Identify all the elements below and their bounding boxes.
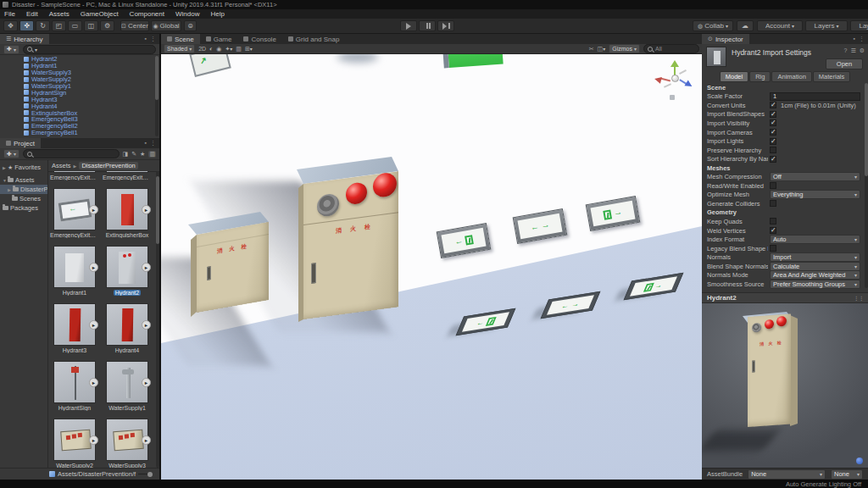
project-asset-hydrant1[interactable]: ►Hydrant1 [50, 246, 99, 303]
menu-edit[interactable]: Edit [26, 10, 38, 18]
project-asset-watersupply3[interactable]: ►WaterSupply3 [103, 419, 152, 468]
custom-tool-button[interactable]: ⚙ [100, 20, 114, 31]
kebab-icon[interactable]: ⋮ [859, 36, 865, 42]
pause-button[interactable] [419, 20, 436, 31]
project-asset-emergencyexitsi[interactable]: ►EmergencyExitSi... [50, 188, 99, 246]
setting-dropdown[interactable]: Prefer Smoothing Groups▾ [770, 280, 860, 289]
project-asset-hydrant4[interactable]: ►Hydrant4 [103, 303, 152, 361]
tree-item-disasterprevention[interactable]: ▶ DisasterPrevention [0, 185, 47, 194]
effects-dropdown-icon[interactable]: ✦▾ [225, 46, 232, 53]
tree-item-favorites[interactable]: ▶★ Favorites [0, 163, 47, 172]
assetbundle-variant-dropdown[interactable]: None ▾ [831, 469, 863, 480]
hidden-objects-icon[interactable]: ▥ [236, 46, 242, 53]
breadcrumb-current[interactable]: DisasterPrevention [79, 162, 137, 169]
project-asset-emergencyexitsi[interactable]: ►EmergencyExitSi... [50, 171, 99, 188]
scene-search-input[interactable]: All [643, 44, 699, 53]
tools-icon[interactable]: ✂ [589, 46, 594, 53]
setting-checkbox[interactable]: ✓ [770, 138, 776, 145]
rect-tool-button[interactable]: ▭ [68, 20, 82, 31]
lighting-toggle-icon[interactable]: ◐ [209, 46, 213, 52]
setting-checkbox[interactable]: ✓ [770, 111, 776, 118]
menu-assets[interactable]: Assets [49, 10, 70, 18]
expand-asset-icon[interactable]: ► [142, 263, 151, 272]
hierarchy-scrollbar[interactable] [155, 56, 159, 136]
project-asset-watersupply2[interactable]: ►WaterSupply2 [50, 419, 99, 468]
play-button[interactable] [400, 20, 417, 31]
hierarchy-item-hydrant3[interactable]: Hydrant3 [0, 96, 153, 103]
setting-dropdown[interactable]: Off▾ [770, 172, 860, 181]
setting-dropdown[interactable]: Import▾ [770, 252, 860, 262]
hierarchy-item-hydrant2[interactable]: Hydrant2 [0, 56, 153, 63]
setting-checkbox[interactable]: ✓ [770, 156, 776, 163]
grid-dropdown-icon[interactable]: ⊞▾ [245, 46, 253, 53]
hidden-packages-icon[interactable]: ▥ [148, 151, 156, 158]
shading-mode-dropdown[interactable]: Shaded▾ [164, 44, 195, 53]
setting-dropdown[interactable]: Auto▾ [770, 235, 860, 244]
kebab-icon[interactable]: ⋮ [150, 140, 156, 147]
lock-icon[interactable]: ▪ [854, 36, 855, 42]
preview-header[interactable]: Hydrant2 ⋮⋮ [702, 292, 868, 303]
cloud-button[interactable]: ☁ [737, 20, 754, 31]
expand-asset-icon[interactable]: ► [89, 320, 98, 330]
setting-checkbox[interactable] [770, 182, 776, 189]
setting-dropdown[interactable]: Area And Angle Weighted▾ [770, 270, 860, 280]
scene-viewport[interactable]: ↗ 消 火 栓 消 火 栓 [161, 54, 702, 480]
account-dropdown[interactable]: Account▾ [757, 20, 803, 31]
sphere-icon[interactable] [856, 458, 863, 464]
breadcrumb-assets[interactable]: Assets [52, 162, 71, 169]
project-asset-hydrant2[interactable]: ►Hydrant2 [103, 246, 152, 303]
tab-game[interactable]: Game [200, 34, 238, 44]
gear-icon[interactable]: ⚙ [860, 47, 865, 54]
preset-icon[interactable]: ☰ [850, 47, 855, 54]
hierarchy-item-emergencybell1[interactable]: EmergencyBell1 [0, 130, 153, 136]
expand-asset-icon[interactable]: ► [142, 435, 151, 445]
setting-checkbox[interactable]: ✓ [770, 119, 776, 126]
project-asset-extinguisherbox[interactable]: ►ExtinguisherBox [103, 188, 152, 246]
expand-asset-icon[interactable]: ► [89, 378, 98, 387]
inspector-tab[interactable]: ⊙ Inspector [702, 34, 749, 44]
expand-asset-icon[interactable]: ► [142, 378, 151, 387]
expand-asset-icon[interactable]: ► [89, 205, 98, 214]
layers-dropdown[interactable]: Layers▾ [805, 20, 848, 31]
search-by-label-icon[interactable]: ✎ [131, 151, 136, 158]
tab-scene[interactable]: Scene [161, 34, 200, 44]
exit-sign-wall-1[interactable]: ← [437, 223, 492, 258]
setting-checkbox[interactable] [770, 200, 776, 207]
2d-toggle[interactable]: 2D [198, 46, 206, 52]
lock-icon[interactable]: ▪ [145, 140, 147, 147]
expand-asset-icon[interactable]: ► [89, 435, 98, 445]
project-asset-watersupply1[interactable]: ►WaterSupply1 [103, 361, 152, 419]
import-tab-animation[interactable]: Animation [771, 71, 811, 82]
move-tool-button[interactable]: ✜ [19, 20, 34, 31]
gizmos-dropdown[interactable]: Gizmos▾ [609, 44, 640, 53]
menu-window[interactable]: Window [175, 10, 199, 18]
expand-asset-icon[interactable]: ► [89, 263, 98, 272]
open-button[interactable]: Open [826, 58, 863, 69]
lock-icon[interactable]: ▪ [145, 36, 147, 42]
setting-checkbox[interactable]: ✓ [770, 227, 776, 234]
tab-console[interactable]: Console [237, 34, 281, 44]
hierarchy-item-watersupply2[interactable]: WaterSupply2 [0, 76, 153, 83]
z-axis-icon[interactable] [684, 80, 693, 89]
scene-orientation-gizmo[interactable] [657, 61, 694, 98]
import-tab-model[interactable]: Model [720, 71, 748, 82]
transform-tool-button[interactable]: ◫ [84, 20, 98, 31]
setting-checkbox[interactable] [770, 147, 776, 153]
tree-item-assets[interactable]: ▼ Assets [0, 175, 47, 185]
collab-history-button[interactable]: ⊜ [184, 20, 197, 31]
hand-tool-button[interactable]: ✥ [3, 20, 18, 31]
inspector-scrollbar[interactable] [865, 83, 868, 288]
project-search-input[interactable] [23, 149, 120, 158]
hierarchy-search-input[interactable]: ▾ [23, 45, 156, 54]
scale-tool-button[interactable]: ◰ [52, 20, 66, 31]
hierarchy-item-hydrant1[interactable]: Hydrant1 [0, 63, 153, 69]
thumbnail-size-slider[interactable] [138, 474, 153, 474]
exit-sign-wall-3[interactable]: → [586, 196, 641, 231]
setting-dropdown[interactable]: Everything▾ [770, 190, 860, 199]
y-axis-icon[interactable] [670, 60, 679, 67]
project-asset-hydrant3[interactable]: ►Hydrant3 [50, 303, 99, 361]
tab-grid-and-snap[interactable]: Grid and Snap [282, 34, 346, 44]
collab-dropdown[interactable]: ◍ Collab▾ [693, 20, 733, 31]
expand-asset-icon[interactable]: ► [142, 205, 151, 214]
setting-checkbox[interactable] [770, 218, 776, 225]
